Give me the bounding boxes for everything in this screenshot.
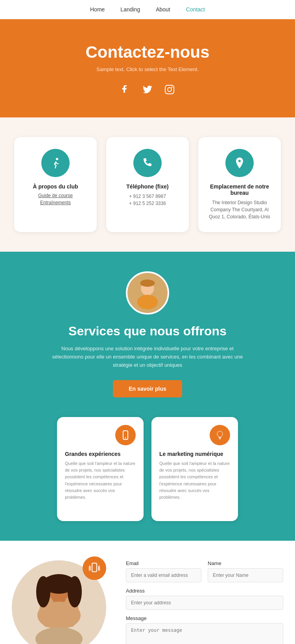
svg-point-8: [140, 280, 155, 287]
email-group: Email: [126, 560, 201, 582]
svg-point-3: [56, 158, 58, 160]
service-card-experiences: Grandes expériences Quelle que soit l'am…: [57, 417, 144, 521]
service-card-marketing: Le marketing numérique Quelle que soit l…: [151, 417, 238, 521]
info-card-location-address: The Interior Design Studio Company The C…: [206, 199, 273, 220]
svg-rect-12: [219, 439, 221, 439]
service-card1-title: Grandes expériences: [65, 451, 136, 457]
svg-rect-11: [219, 437, 221, 438]
address-input[interactable]: [126, 596, 283, 610]
nav-contact[interactable]: Contact: [186, 6, 205, 13]
navbar: Home Landing About Contact: [0, 0, 295, 19]
info-card-club-link1[interactable]: Guide de course: [22, 193, 89, 198]
services-title: Services que nous offrons: [16, 324, 279, 338]
twitter-icon[interactable]: [142, 84, 153, 98]
phone-badge-icon: [83, 556, 106, 580]
address-group: Address: [126, 588, 283, 610]
services-section: Services que nous offrons Nous développo…: [0, 252, 295, 541]
service-card2-title: Le marketing numérique: [159, 451, 230, 457]
location-icon: [225, 149, 254, 177]
info-section: À propos du club Guide de course Entraîn…: [0, 117, 295, 252]
info-card-phone-title: Téléphone (fixe): [114, 183, 181, 190]
services-description: Nous développons une solution intégrée i…: [49, 345, 246, 369]
message-input[interactable]: [126, 623, 283, 644]
contact-image: [12, 560, 114, 644]
service-card1-desc: Quelle que soit l'ampleur et la nature d…: [65, 460, 136, 500]
info-card-club: À propos du club Guide de course Entraîn…: [14, 137, 97, 232]
service-card2-desc: Quelle que soit l'ampleur et la nature d…: [159, 460, 230, 500]
nav-landing[interactable]: Landing: [120, 6, 140, 13]
svg-point-22: [42, 574, 76, 594]
email-label: Email: [126, 560, 201, 566]
message-group: Message: [126, 615, 283, 644]
name-group: Name: [208, 560, 283, 582]
bulb-icon: [210, 425, 230, 445]
info-card-phone-num1: + 912 3 567 8987: [114, 193, 181, 200]
svg-point-10: [125, 437, 126, 439]
mobile-icon: [115, 425, 136, 445]
hero-title: Contactez-nous: [16, 43, 279, 62]
name-input[interactable]: [208, 568, 283, 582]
social-icons-row: [16, 84, 279, 98]
run-icon: [41, 149, 70, 177]
contact-form: Email Name Address Message SOUMETTRE Ima…: [126, 560, 283, 644]
svg-point-6: [137, 295, 158, 309]
nav-home[interactable]: Home: [90, 6, 105, 13]
nav-about[interactable]: About: [156, 6, 170, 13]
hero-section: Contactez-nous Sample text. Click to sel…: [0, 19, 295, 117]
address-label: Address: [126, 588, 283, 594]
svg-point-1: [168, 88, 171, 91]
email-input[interactable]: [126, 568, 201, 582]
message-label: Message: [126, 615, 283, 621]
form-row-email-name: Email Name: [126, 560, 283, 582]
info-card-phone: Téléphone (fixe) + 912 3 567 8987 + 912 …: [106, 137, 189, 232]
name-label: Name: [208, 560, 283, 566]
instagram-icon[interactable]: [164, 84, 175, 98]
svg-rect-0: [165, 85, 174, 94]
facebook-icon[interactable]: [120, 84, 131, 98]
info-card-location-title: Emplacement de notre bureau: [206, 183, 273, 196]
learn-more-button[interactable]: En savoir plus: [113, 380, 182, 397]
service-cards-row: Grandes expériences Quelle que soit l'am…: [16, 417, 279, 521]
info-card-phone-num2: + 912 5 252 3336: [114, 200, 181, 207]
services-avatar: [126, 271, 169, 315]
info-card-club-title: À propos du club: [22, 183, 89, 190]
svg-point-2: [171, 87, 173, 88]
hero-subtitle[interactable]: Sample text. Click to select the Text El…: [16, 66, 279, 72]
info-card-location: Emplacement de notre bureau The Interior…: [198, 137, 281, 232]
info-card-club-link2[interactable]: Entraînements: [22, 200, 89, 205]
phone-icon: [133, 149, 162, 177]
contact-section: Email Name Address Message SOUMETTRE Ima…: [0, 541, 295, 644]
svg-rect-13: [92, 563, 97, 572]
